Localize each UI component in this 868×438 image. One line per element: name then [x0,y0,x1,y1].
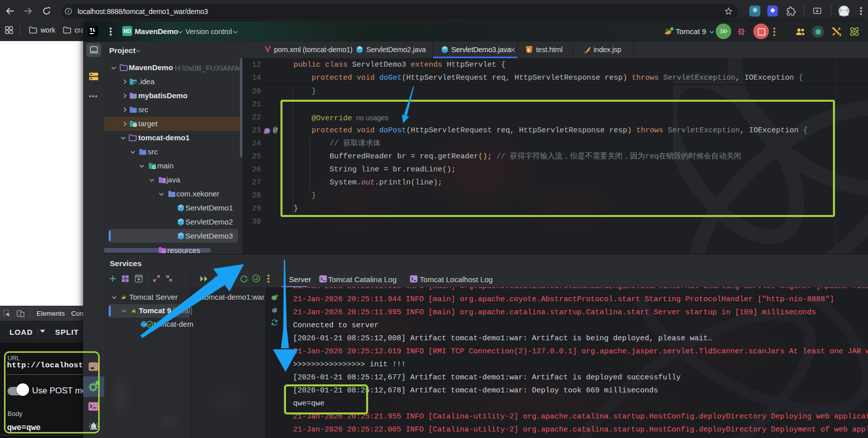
svg-text:</>: </> [133,109,137,113]
svg-text:5: 5 [527,48,530,53]
svg-text:</>: </> [142,151,147,155]
